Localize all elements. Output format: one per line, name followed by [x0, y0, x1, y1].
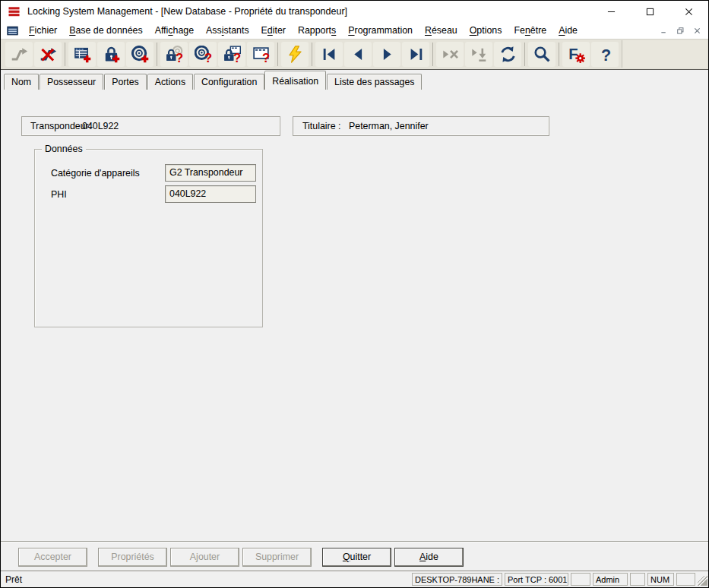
status-cell-admin: Admin [593, 573, 628, 586]
step-arrow-x-icon [40, 46, 57, 63]
status-cells: DESKTOP-789HANE : COM(*)Port TCP : 6001A… [412, 573, 698, 586]
tab-possesseur[interactable]: Possesseur [40, 74, 103, 90]
nav-last-button[interactable] [402, 42, 429, 67]
lightning-icon [286, 46, 304, 63]
ajouter-button: Ajouter [170, 548, 239, 567]
svg-text:?: ? [601, 46, 611, 63]
minimize-button[interactable] [592, 1, 631, 22]
button-bar: AccepterPropriétésAjouterSupprimerQuitte… [1, 541, 708, 571]
toolbar-separator [559, 43, 559, 66]
menu-options[interactable]: Options [464, 24, 508, 37]
phi-label: PHI [51, 189, 67, 200]
lock-plus-icon [103, 46, 120, 63]
tab-actions[interactable]: Actions [147, 74, 193, 90]
nav-x-button [436, 42, 464, 67]
tab-liste-des-passages[interactable]: Liste des passages [327, 74, 422, 90]
window-question-icon: ? [252, 46, 270, 63]
table-plus-button[interactable] [68, 42, 96, 67]
menu-aide[interactable]: Aide [552, 24, 584, 37]
status-cell-num: NUM [647, 573, 674, 586]
menu-assistants[interactable]: Assistants [200, 24, 255, 37]
window-title: Locking System Management - [New Databas… [27, 6, 347, 17]
transponder-plus-button[interactable] [126, 42, 154, 67]
nav-first-icon [321, 46, 338, 63]
nav-next-icon [378, 46, 396, 63]
toolbar-separator [157, 43, 157, 66]
table-plus-icon [74, 46, 91, 63]
holder-label: Titulaire : [302, 121, 341, 131]
menu-items: FichierBase de donnéesAffichageAssistant… [23, 24, 584, 37]
menu-reseau[interactable]: Réseau [419, 24, 464, 37]
status-cell-empty [571, 573, 590, 586]
status-cell-desktop-789hane-com: DESKTOP-789HANE : COM(*) [412, 573, 502, 586]
minimize-icon [660, 27, 667, 34]
transponder-question-button[interactable]: ? [189, 42, 217, 67]
mdi-window-controls [657, 25, 704, 36]
mdi-close-button[interactable] [690, 25, 704, 36]
nav-x-icon [442, 46, 459, 63]
menu-fenetre[interactable]: Fenêtre [508, 24, 552, 37]
mdi-restore-button[interactable] [673, 25, 687, 36]
refresh-button[interactable] [494, 42, 521, 67]
minimize-icon [607, 8, 616, 16]
close-icon [685, 8, 693, 16]
donnees-groupbox: Données Catégorie d'appareils G2 Transpo… [34, 149, 263, 327]
realisation-tab-panel: Transpondeur: 040L922 Titulaire : Peterm… [1, 90, 708, 541]
transponder-question-icon: ? [195, 46, 212, 63]
status-cell-port-tcp-6001: Port TCP : 6001 [505, 573, 568, 586]
step-arrow-icon [11, 46, 28, 63]
maximize-button[interactable] [631, 1, 669, 22]
tab-portes[interactable]: Portes [104, 74, 147, 90]
search-button[interactable] [528, 42, 555, 67]
device-class-label: Catégorie d'appareils [51, 168, 140, 179]
restore-icon [677, 27, 684, 34]
nav-first-button[interactable] [315, 42, 343, 67]
menu-fichier[interactable]: Fichier [23, 24, 63, 37]
help-button[interactable]: ? [591, 42, 619, 67]
status-cell-empty [630, 573, 645, 586]
tab-strip: NomPossesseurPortesActionsConfigurationR… [1, 70, 708, 90]
search-icon [533, 46, 551, 63]
nav-down-icon [470, 46, 488, 63]
tab-realisation[interactable]: Réalisation [264, 71, 326, 90]
menu-programmation[interactable]: Programmation [342, 24, 419, 37]
window-question-button[interactable]: ? [247, 42, 274, 67]
device-class-field: G2 Transpondeur [165, 164, 256, 182]
menu-affichage[interactable]: Affichage [149, 24, 200, 37]
donnees-group-title: Données [42, 144, 86, 155]
document-window-icon [6, 25, 19, 36]
aide-button[interactable]: Aide [394, 548, 464, 567]
menu-base-de-donnees[interactable]: Base de données [63, 24, 148, 37]
accepter-button: Accepter [18, 548, 87, 567]
tab-configuration[interactable]: Configuration [194, 74, 264, 90]
step-arrow-button [5, 42, 33, 67]
menu-rapports[interactable]: Rapports [292, 24, 342, 37]
transponder-value: 040L922 [82, 121, 119, 131]
lock-question-button[interactable]: ? [160, 42, 188, 67]
close-icon [694, 27, 701, 34]
resize-grip[interactable] [698, 576, 707, 586]
window-controls [592, 1, 708, 22]
quitter-button[interactable]: Quitter [322, 548, 391, 567]
toolbar-separator [524, 43, 525, 66]
nav-prev-button[interactable] [344, 42, 372, 67]
toolbar-separator [65, 43, 65, 66]
toolbar-separator [432, 43, 433, 66]
tab-nom[interactable]: Nom [4, 74, 39, 90]
nav-next-button[interactable] [373, 42, 400, 67]
app-icon [8, 6, 21, 17]
toolbar-separator [277, 43, 278, 66]
lock-plus-button[interactable] [97, 42, 125, 67]
nav-down-button [465, 42, 492, 67]
lightning-button[interactable] [281, 42, 309, 67]
nav-last-icon [407, 46, 425, 63]
supprimer-button: Supprimer [242, 548, 312, 567]
filter-settings-button[interactable]: F [562, 42, 590, 67]
step-arrow-x-button[interactable] [34, 42, 62, 67]
toolbar: ????F? [1, 39, 708, 70]
menu-editer[interactable]: Editer [255, 24, 292, 37]
toolbar-empty-area [622, 40, 707, 68]
close-button[interactable] [669, 1, 708, 22]
mdi-minimize-button[interactable] [657, 25, 670, 36]
lock-window-question-button[interactable]: ? [218, 42, 245, 67]
